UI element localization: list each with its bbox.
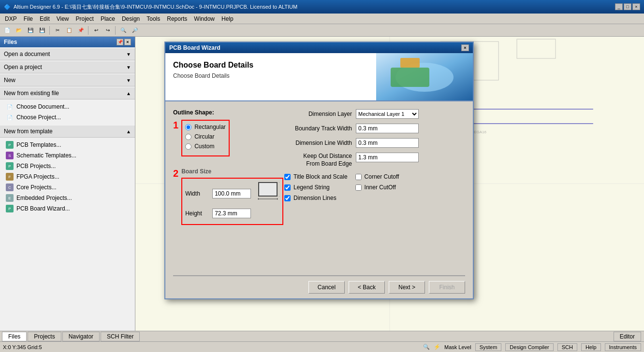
corner-cutoff-checkbox[interactable] bbox=[355, 174, 362, 180]
dialog-overlay: PCB Board Wizard × Choose Board Details … bbox=[135, 37, 644, 331]
section-open-project[interactable]: Open a project ▼ bbox=[0, 61, 135, 73]
keep-out-label: Keep Out DistanceFrom Board Edge bbox=[284, 153, 352, 168]
title-block-checkbox-row[interactable]: Title Block and Scale bbox=[284, 173, 348, 180]
checkbox-col-right: Corner Cutoff Inner CutOff bbox=[355, 173, 399, 201]
pcb-graphic bbox=[376, 53, 473, 100]
list-item[interactable]: E Embedded Projects... bbox=[4, 193, 131, 203]
tab-editor[interactable]: Editor bbox=[614, 332, 641, 341]
tab-files[interactable]: Files bbox=[2, 332, 27, 341]
list-item[interactable]: 📄 Choose Project... bbox=[4, 112, 131, 123]
toolbar-open[interactable]: 📂 bbox=[14, 26, 24, 35]
next-button[interactable]: Next > bbox=[389, 281, 425, 294]
section-open-document[interactable]: Open a document ▼ bbox=[0, 48, 135, 60]
menu-window[interactable]: Window bbox=[191, 14, 218, 23]
radio-rectangular[interactable]: Rectangular bbox=[185, 124, 226, 130]
toolbar-save-all[interactable]: 💾 bbox=[37, 26, 47, 35]
menu-place[interactable]: Place bbox=[98, 14, 118, 23]
toolbar-new[interactable]: 📄 bbox=[2, 26, 13, 35]
keep-out-row: Keep Out DistanceFrom Board Edge bbox=[284, 153, 465, 168]
menu-tools[interactable]: Tools bbox=[144, 14, 163, 23]
list-item[interactable]: S Schematic Templates... bbox=[4, 150, 131, 161]
height-input[interactable] bbox=[212, 209, 251, 218]
status-system[interactable]: System bbox=[475, 343, 502, 351]
title-block-checkbox[interactable] bbox=[284, 174, 291, 180]
back-button[interactable]: < Back bbox=[349, 281, 385, 294]
section-new-template[interactable]: New from template ▲ bbox=[0, 126, 135, 138]
section-new-existing[interactable]: New from existing file ▲ bbox=[0, 87, 135, 99]
list-item[interactable]: P PCB Templates... bbox=[4, 140, 131, 150]
radio-circular[interactable]: Circular bbox=[185, 133, 226, 140]
svg-rect-11 bbox=[391, 68, 429, 87]
menu-view[interactable]: View bbox=[54, 14, 72, 23]
list-item[interactable]: F FPGA Projects... bbox=[4, 171, 131, 182]
menu-edit[interactable]: Edit bbox=[37, 14, 53, 23]
list-item[interactable]: 📄 Choose Document... bbox=[4, 101, 131, 112]
toolbar-zoom-out[interactable]: 🔎 bbox=[130, 26, 140, 35]
status-help[interactable]: Help bbox=[581, 343, 601, 351]
list-item[interactable]: C Core Projects... bbox=[4, 182, 131, 193]
inner-cutoff-checkbox[interactable] bbox=[355, 184, 362, 191]
separator-2 bbox=[88, 26, 89, 35]
maximize-button[interactable]: □ bbox=[624, 3, 631, 10]
radio-rectangular-label: Rectangular bbox=[194, 124, 226, 130]
menu-file[interactable]: File bbox=[21, 14, 36, 23]
section-label: New bbox=[4, 77, 15, 84]
toolbar-paste[interactable]: 📌 bbox=[75, 26, 86, 35]
legend-string-checkbox[interactable] bbox=[284, 184, 291, 191]
toolbar-zoom-in[interactable]: 🔍 bbox=[118, 26, 129, 35]
menu-dxp[interactable]: DXP bbox=[2, 14, 20, 23]
dimension-line-input[interactable] bbox=[356, 138, 419, 148]
list-item[interactable]: P PCB Board Wizard... bbox=[4, 203, 131, 214]
toolbar-copy[interactable]: 📋 bbox=[64, 26, 74, 35]
width-input[interactable] bbox=[212, 189, 251, 198]
right-panel: Dimension Layer Mechanical Layer 1 Bound… bbox=[284, 109, 465, 268]
status-right: 🔍 ⚡ Mask Level System Design Compiler SC… bbox=[423, 343, 641, 351]
radio-custom[interactable]: Custom bbox=[185, 143, 226, 150]
menu-project[interactable]: Project bbox=[73, 14, 97, 23]
panel-pin-button[interactable]: 📌 bbox=[117, 39, 123, 45]
list-item[interactable]: P PCB Projects... bbox=[4, 161, 131, 171]
dimension-lines-checkbox-row[interactable]: Dimension Lines bbox=[284, 195, 348, 201]
left-panel: Outline Shape: 1 Rectangular bbox=[173, 109, 275, 268]
dimension-line-row: Dimension Line Width bbox=[284, 138, 465, 148]
radio-circular-input[interactable] bbox=[185, 134, 191, 140]
title-controls[interactable]: _ □ × bbox=[615, 3, 640, 10]
toolbar-undo[interactable]: ↩ bbox=[91, 26, 102, 35]
toolbar-redo[interactable]: ↪ bbox=[102, 26, 113, 35]
minimize-button[interactable]: _ bbox=[615, 3, 623, 10]
status-design-compiler[interactable]: Design Compiler bbox=[505, 343, 553, 351]
legend-string-checkbox-row[interactable]: Legend String bbox=[284, 184, 348, 191]
status-instruments[interactable]: Instruments bbox=[605, 343, 641, 351]
wizard-close-button[interactable]: × bbox=[461, 44, 469, 51]
inner-cutoff-checkbox-row[interactable]: Inner CutOff bbox=[355, 184, 399, 191]
toolbar-cut[interactable]: ✂ bbox=[52, 26, 63, 35]
item-label: PCB Templates... bbox=[16, 141, 61, 148]
status-sch[interactable]: SCH bbox=[557, 343, 577, 351]
finish-button[interactable]: Finish bbox=[429, 281, 465, 294]
fpga-icon: F bbox=[6, 173, 14, 181]
radio-rectangular-input[interactable] bbox=[185, 124, 191, 130]
tab-projects[interactable]: Projects bbox=[28, 332, 61, 341]
checkbox-col-left: Title Block and Scale Legend String Dime… bbox=[284, 173, 348, 201]
section-new[interactable]: New ▼ bbox=[0, 74, 135, 86]
new-existing-items: 📄 Choose Document... 📄 Choose Project... bbox=[0, 99, 135, 125]
mask-level-label: Mask Level bbox=[444, 344, 471, 350]
chevron-up-icon: ▲ bbox=[126, 129, 131, 134]
panel-close-button[interactable]: × bbox=[124, 39, 131, 45]
tab-sch-filter[interactable]: SCH Filter bbox=[101, 332, 140, 341]
menu-design[interactable]: Design bbox=[119, 14, 143, 23]
radio-custom-input[interactable] bbox=[185, 143, 191, 150]
menu-reports[interactable]: Reports bbox=[164, 14, 190, 23]
boundary-track-input[interactable] bbox=[356, 124, 419, 133]
cancel-button[interactable]: Cancel bbox=[308, 281, 345, 294]
panel-controls[interactable]: 📌 × bbox=[117, 39, 131, 45]
corner-cutoff-checkbox-row[interactable]: Corner Cutoff bbox=[355, 173, 399, 180]
bottom-tabs: Files Projects Navigator SCH Filter Edit… bbox=[0, 331, 644, 341]
tab-navigator[interactable]: Navigator bbox=[62, 332, 100, 341]
keep-out-input[interactable] bbox=[356, 153, 419, 162]
dimension-layer-select[interactable]: Mechanical Layer 1 bbox=[356, 109, 419, 119]
toolbar-save[interactable]: 💾 bbox=[25, 26, 36, 35]
menu-help[interactable]: Help bbox=[219, 14, 236, 23]
close-button[interactable]: × bbox=[632, 3, 640, 10]
dimension-lines-checkbox[interactable] bbox=[284, 195, 291, 201]
